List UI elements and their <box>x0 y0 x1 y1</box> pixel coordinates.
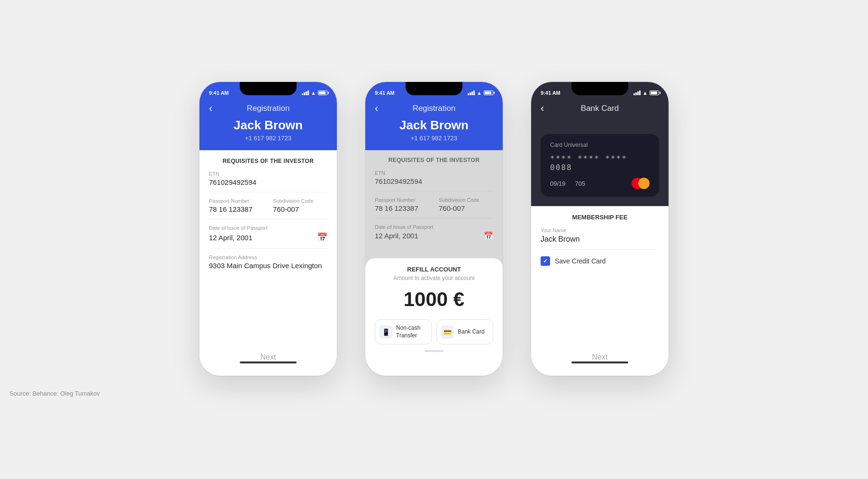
subdivision-value-1: 760-007 <box>273 205 327 213</box>
notch-2 <box>406 82 462 95</box>
calendar-icon-1[interactable]: 📅 <box>317 232 327 243</box>
battery-icon-2 <box>484 90 493 95</box>
next-button-3[interactable]: Next <box>541 353 659 362</box>
credit-card: Card Universal **** **** **** 0088 09/19… <box>541 134 659 197</box>
phone2-nav: ‹ Registration <box>375 104 493 113</box>
mastercard-logo <box>632 178 650 189</box>
user-name-2: Jack Brown <box>375 118 493 133</box>
passport-label-2: Passport Number <box>375 197 429 203</box>
notch-1 <box>240 82 297 95</box>
wifi-icon-3: ▲ <box>642 90 648 96</box>
signal-icon-3 <box>633 90 641 95</box>
membership-section: MEMBERSHIP FEE Your Name Jack Brown Save… <box>531 206 669 347</box>
user-phone-2: +1 617 982 1723 <box>375 135 493 142</box>
member-name-value: Jack Brown <box>541 235 659 250</box>
phone1-header: ‹ Registration Jack Brown +1 617 982 172… <box>199 100 337 150</box>
phone1-next-row: Next <box>199 347 337 376</box>
date-value-1: 12 April, 2001 <box>209 234 253 242</box>
back-button-3[interactable]: ‹ <box>541 103 544 114</box>
form-title-1: REQUISITES OF THE INVESTOR <box>209 158 327 164</box>
etn-label-1: ETN <box>209 171 327 177</box>
phone-3: 9:41 AM ▲ ‹ Bank Card <box>531 82 669 376</box>
passport-value-1: 78 16 123387 <box>209 205 263 213</box>
passport-label-1: Passport Number <box>209 198 263 204</box>
back-button-1[interactable]: ‹ <box>209 103 212 114</box>
card-number: **** **** **** 0088 <box>550 154 650 172</box>
passport-row-1: Passport Number 78 16 123387 Subdivision… <box>209 198 327 219</box>
address-value-1: 9303 Main Campus Drive Lexington <box>209 262 327 270</box>
refill-subtitle: Amount to activate your account <box>375 275 493 281</box>
card-expiry: 09/19 <box>550 180 566 187</box>
subdivision-value-2: 760-007 <box>439 204 493 212</box>
etn-label-2: ETN <box>375 170 493 176</box>
membership-title: MEMBERSHIP FEE <box>541 214 659 221</box>
save-card-checkbox[interactable] <box>541 256 550 266</box>
status-icons-2: ▲ <box>468 90 493 96</box>
noncash-option[interactable]: 📱 Non-cashTransfer <box>375 319 432 344</box>
date-label-1: Date of Issue of Passport <box>209 225 327 231</box>
bankcard-option[interactable]: 💳 Bank Card <box>436 319 493 344</box>
address-label-1: Registration Address <box>209 254 327 260</box>
phone3-next-row: Next <box>531 347 669 376</box>
passport-value-2: 78 16 123387 <box>375 204 429 212</box>
home-indicator-3 <box>571 362 628 363</box>
date-partial-label-2: Date of Issue of Passport <box>375 224 493 230</box>
passport-field-2: Passport Number 78 16 123387 <box>375 197 429 212</box>
phone-1: 9:41 AM ▲ ‹ Registration Jack Brown <box>199 82 337 376</box>
refill-amount: 1000 € <box>375 288 493 311</box>
bankcard-icon: 💳 <box>441 325 454 339</box>
noncash-label: Non-cashTransfer <box>396 325 420 339</box>
subdivision-field-2: Subdivision Code 760-007 <box>439 197 493 212</box>
subdivision-field-1: Subdivision Code 760-007 <box>273 198 327 213</box>
subdivision-label-2: Subdivision Code <box>439 197 493 203</box>
etn-field-1: ETN 761029492594 <box>209 171 327 192</box>
card-area: Card Universal **** **** **** 0088 09/19… <box>531 127 669 206</box>
card-bottom: 09/19 705 <box>550 178 650 189</box>
subdivision-label-1: Subdivision Code <box>273 198 327 204</box>
signal-icon-2 <box>468 90 475 95</box>
calendar-icon-2[interactable]: 📅 <box>484 231 493 240</box>
address-field-1: Registration Address 9303 Main Campus Dr… <box>209 254 327 275</box>
date-partial-2: Date of Issue of Passport 12 April, 2001… <box>375 224 493 246</box>
refill-section: REFILL ACCOUNT Amount to activate your a… <box>365 258 503 376</box>
next-button-1[interactable]: Next <box>209 353 327 362</box>
etn-value-1: 761029492594 <box>209 178 327 186</box>
card-cvv: 705 <box>575 180 586 187</box>
battery-icon-1 <box>318 90 327 95</box>
noncash-icon: 📱 <box>379 325 392 339</box>
home-indicator-2 <box>425 350 443 352</box>
time-2: 9:41 AM <box>375 90 395 96</box>
wifi-icon-1: ▲ <box>311 90 316 96</box>
home-indicator-1 <box>240 362 297 363</box>
phone2-gray-form: REQUISITES OF THE INVESTOR ETN 761029492… <box>365 150 503 258</box>
mc-orange-circle <box>638 178 650 189</box>
passport-row-2: Passport Number 78 16 123387 Subdivision… <box>375 197 493 218</box>
payment-options: 📱 Non-cashTransfer 💳 Bank Card <box>375 319 493 344</box>
user-phone-1: +1 617 982 1723 <box>209 135 327 142</box>
back-button-2[interactable]: ‹ <box>375 103 378 114</box>
phone2-header: ‹ Registration Jack Brown +1 617 982 172… <box>365 100 503 150</box>
phone3-nav: ‹ Bank Card <box>541 104 659 113</box>
date-field-1: Date of Issue of Passport 12 April, 2001… <box>209 225 327 249</box>
refill-title: REFILL ACCOUNT <box>375 266 493 273</box>
phone3-header: ‹ Bank Card <box>531 100 669 127</box>
card-type: Card Universal <box>550 142 650 148</box>
member-name-label: Your Name <box>541 227 659 233</box>
status-icons-1: ▲ <box>302 90 327 96</box>
save-card-label: Save Credit Card <box>555 257 606 265</box>
nav-title-2: Registration <box>413 104 456 113</box>
battery-icon-3 <box>650 90 659 95</box>
notch-3 <box>571 82 628 95</box>
phone1-nav: ‹ Registration <box>209 104 327 113</box>
source-text: Source: Behance: Oleg Tumakov <box>9 390 100 397</box>
time-3: 9:41 AM <box>541 90 561 96</box>
etn-field-2: ETN 761029492594 <box>375 170 493 191</box>
phone1-form: REQUISITES OF THE INVESTOR ETN 761029492… <box>199 150 337 347</box>
bankcard-label: Bank Card <box>458 328 485 336</box>
etn-value-2: 761029492594 <box>375 177 493 185</box>
time-1: 9:41 AM <box>209 90 229 96</box>
phone1-body: REQUISITES OF THE INVESTOR ETN 761029492… <box>199 150 337 376</box>
passport-field-1: Passport Number 78 16 123387 <box>209 198 263 213</box>
date-partial-value-2: 12 April, 2001 <box>375 232 418 240</box>
signal-icon-1 <box>302 90 309 95</box>
